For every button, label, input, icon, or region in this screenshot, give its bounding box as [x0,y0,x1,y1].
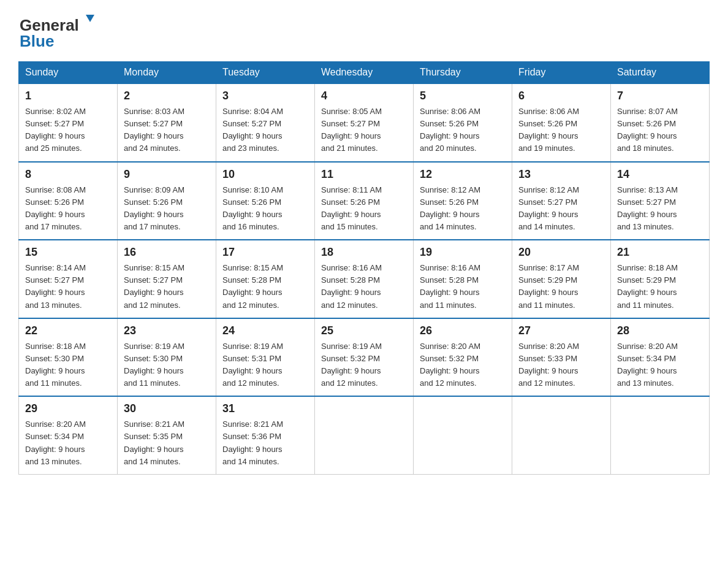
day-info: Sunrise: 8:20 AMSunset: 5:32 PMDaylight:… [420,340,506,390]
day-number: 28 [617,323,703,339]
svg-text:Blue: Blue [20,32,54,49]
day-cell: 20Sunrise: 8:17 AMSunset: 5:29 PMDayligh… [512,240,611,318]
day-number: 5 [420,88,506,104]
day-cell: 11Sunrise: 8:11 AMSunset: 5:26 PMDayligh… [315,162,414,240]
day-cell: 27Sunrise: 8:20 AMSunset: 5:33 PMDayligh… [512,318,611,397]
day-cell: 2Sunrise: 8:03 AMSunset: 5:27 PMDaylight… [118,83,216,162]
day-info: Sunrise: 8:19 AMSunset: 5:32 PMDaylight:… [321,340,407,390]
day-cell: 12Sunrise: 8:12 AMSunset: 5:26 PMDayligh… [414,162,512,240]
calendar-header-row: SundayMondayTuesdayWednesdayThursdayFrid… [19,62,710,84]
day-cell: 14Sunrise: 8:13 AMSunset: 5:27 PMDayligh… [611,162,710,240]
day-number: 10 [222,166,308,183]
day-number: 24 [222,323,308,339]
day-cell: 31Sunrise: 8:21 AMSunset: 5:36 PMDayligh… [216,396,315,474]
day-cell: 23Sunrise: 8:19 AMSunset: 5:30 PMDayligh… [118,318,216,397]
day-number: 12 [420,166,506,183]
day-cell: 3Sunrise: 8:04 AMSunset: 5:27 PMDaylight… [216,83,315,162]
day-info: Sunrise: 8:06 AMSunset: 5:26 PMDaylight:… [420,105,506,155]
day-info: Sunrise: 8:10 AMSunset: 5:26 PMDaylight:… [222,184,308,234]
week-row-4: 22Sunrise: 8:18 AMSunset: 5:30 PMDayligh… [19,318,710,397]
header-sunday: Sunday [19,62,118,84]
header-wednesday: Wednesday [315,62,414,84]
header-friday: Friday [512,62,611,84]
day-info: Sunrise: 8:11 AMSunset: 5:26 PMDaylight:… [321,184,407,234]
day-number: 31 [222,400,308,417]
day-cell: 13Sunrise: 8:12 AMSunset: 5:27 PMDayligh… [512,162,611,240]
day-number: 21 [617,244,703,261]
day-cell [414,396,512,474]
header-monday: Monday [118,62,216,84]
day-info: Sunrise: 8:15 AMSunset: 5:28 PMDaylight:… [222,262,308,312]
header-tuesday: Tuesday [216,62,315,84]
day-cell: 24Sunrise: 8:19 AMSunset: 5:31 PMDayligh… [216,318,315,397]
day-info: Sunrise: 8:15 AMSunset: 5:27 PMDaylight:… [124,262,210,312]
day-cell: 1Sunrise: 8:02 AMSunset: 5:27 PMDaylight… [19,83,118,162]
day-number: 20 [518,244,604,261]
day-number: 11 [321,166,407,183]
day-info: Sunrise: 8:04 AMSunset: 5:27 PMDaylight:… [222,105,308,155]
day-number: 17 [222,244,308,261]
header-saturday: Saturday [611,62,710,84]
day-cell: 16Sunrise: 8:15 AMSunset: 5:27 PMDayligh… [118,240,216,318]
day-info: Sunrise: 8:02 AMSunset: 5:27 PMDaylight:… [25,105,111,155]
day-info: Sunrise: 8:07 AMSunset: 5:26 PMDaylight:… [617,105,703,155]
page-header: General Blue [18,12,710,49]
day-number: 9 [124,166,210,183]
day-cell: 10Sunrise: 8:10 AMSunset: 5:26 PMDayligh… [216,162,315,240]
day-cell: 8Sunrise: 8:08 AMSunset: 5:26 PMDaylight… [19,162,118,240]
day-number: 25 [321,323,407,339]
day-cell: 6Sunrise: 8:06 AMSunset: 5:26 PMDaylight… [512,83,611,162]
day-cell [512,396,611,474]
day-cell: 7Sunrise: 8:07 AMSunset: 5:26 PMDaylight… [611,83,710,162]
day-cell: 22Sunrise: 8:18 AMSunset: 5:30 PMDayligh… [19,318,118,397]
day-cell: 26Sunrise: 8:20 AMSunset: 5:32 PMDayligh… [414,318,512,397]
day-cell: 25Sunrise: 8:19 AMSunset: 5:32 PMDayligh… [315,318,414,397]
day-info: Sunrise: 8:14 AMSunset: 5:27 PMDaylight:… [25,262,111,312]
day-info: Sunrise: 8:12 AMSunset: 5:26 PMDaylight:… [420,184,506,234]
week-row-1: 1Sunrise: 8:02 AMSunset: 5:27 PMDaylight… [19,83,710,162]
logo-svg: General Blue [18,12,98,49]
day-number: 6 [518,88,604,104]
day-number: 29 [25,400,111,417]
day-number: 7 [617,88,703,104]
day-info: Sunrise: 8:21 AMSunset: 5:35 PMDaylight:… [124,418,210,468]
day-number: 18 [321,244,407,261]
day-number: 13 [518,166,604,183]
logo: General Blue [18,12,98,49]
day-cell [315,396,414,474]
day-cell: 17Sunrise: 8:15 AMSunset: 5:28 PMDayligh… [216,240,315,318]
day-cell: 21Sunrise: 8:18 AMSunset: 5:29 PMDayligh… [611,240,710,318]
day-info: Sunrise: 8:16 AMSunset: 5:28 PMDaylight:… [321,262,407,312]
day-info: Sunrise: 8:20 AMSunset: 5:34 PMDaylight:… [617,340,703,390]
calendar-table: SundayMondayTuesdayWednesdayThursdayFrid… [18,61,710,475]
day-number: 8 [25,166,111,183]
day-cell: 19Sunrise: 8:16 AMSunset: 5:28 PMDayligh… [414,240,512,318]
day-info: Sunrise: 8:17 AMSunset: 5:29 PMDaylight:… [518,262,604,312]
day-number: 1 [25,88,111,104]
day-cell: 9Sunrise: 8:09 AMSunset: 5:26 PMDaylight… [118,162,216,240]
week-row-2: 8Sunrise: 8:08 AMSunset: 5:26 PMDaylight… [19,162,710,240]
day-info: Sunrise: 8:16 AMSunset: 5:28 PMDaylight:… [420,262,506,312]
day-number: 19 [420,244,506,261]
day-number: 26 [420,323,506,339]
day-number: 4 [321,88,407,104]
week-row-3: 15Sunrise: 8:14 AMSunset: 5:27 PMDayligh… [19,240,710,318]
day-number: 27 [518,323,604,339]
day-cell: 15Sunrise: 8:14 AMSunset: 5:27 PMDayligh… [19,240,118,318]
day-number: 23 [124,323,210,339]
day-cell: 30Sunrise: 8:21 AMSunset: 5:35 PMDayligh… [118,396,216,474]
day-info: Sunrise: 8:05 AMSunset: 5:27 PMDaylight:… [321,105,407,155]
day-cell: 5Sunrise: 8:06 AMSunset: 5:26 PMDaylight… [414,83,512,162]
day-info: Sunrise: 8:18 AMSunset: 5:30 PMDaylight:… [25,340,111,390]
day-info: Sunrise: 8:08 AMSunset: 5:26 PMDaylight:… [25,184,111,234]
day-info: Sunrise: 8:09 AMSunset: 5:26 PMDaylight:… [124,184,210,234]
day-info: Sunrise: 8:18 AMSunset: 5:29 PMDaylight:… [617,262,703,312]
day-cell: 29Sunrise: 8:20 AMSunset: 5:34 PMDayligh… [19,396,118,474]
day-info: Sunrise: 8:19 AMSunset: 5:30 PMDaylight:… [124,340,210,390]
day-info: Sunrise: 8:13 AMSunset: 5:27 PMDaylight:… [617,184,703,234]
week-row-5: 29Sunrise: 8:20 AMSunset: 5:34 PMDayligh… [19,396,710,474]
day-number: 3 [222,88,308,104]
day-cell: 18Sunrise: 8:16 AMSunset: 5:28 PMDayligh… [315,240,414,318]
day-info: Sunrise: 8:20 AMSunset: 5:34 PMDaylight:… [25,418,111,468]
day-info: Sunrise: 8:21 AMSunset: 5:36 PMDaylight:… [222,418,308,468]
